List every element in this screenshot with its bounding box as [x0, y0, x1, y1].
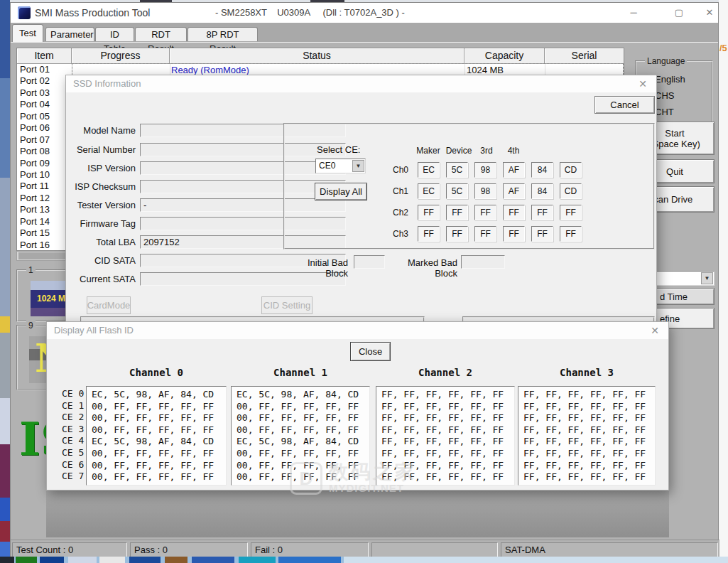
close-icon[interactable]: ✕	[702, 6, 717, 20]
ce-label: CE 7	[62, 471, 87, 483]
ce-label: CE 0	[62, 388, 87, 400]
language-label: Language	[645, 56, 687, 66]
field-label: CID SATA	[72, 254, 140, 267]
table-row[interactable]: Port 10	[17, 169, 70, 181]
table-row[interactable]: Port 08	[17, 146, 70, 157]
chevron-down-icon[interactable]: ▼	[352, 160, 364, 172]
tab-8p-rdt-result[interactable]: 8P RDT Result	[188, 27, 258, 41]
taskbar-icon[interactable]	[192, 557, 234, 563]
language-option-cht[interactable]: CHT	[655, 107, 674, 117]
desktop-edge	[0, 498, 10, 521]
taskbar-icon[interactable]	[16, 557, 37, 563]
watermark: D 数码之家 MYDIGIT.NET	[290, 462, 417, 495]
window-subtitle: - SM2258XT U0309A (Dll : T0702A_3D ) -	[215, 3, 405, 23]
taskbar-icon	[344, 557, 728, 563]
flash-id-cell: AF	[503, 183, 525, 199]
flash-id-cell: FF	[560, 226, 582, 242]
group-9-label: 9	[26, 321, 36, 331]
taskbar-icon[interactable]	[129, 557, 161, 563]
table-row[interactable]: Port 03	[17, 87, 70, 99]
table-row[interactable]: Port 09	[17, 158, 70, 169]
port-label: Port 08	[20, 146, 50, 156]
flash-row: EC, 5C, 98, AF, 84, CD	[87, 389, 226, 401]
column-header-capacity[interactable]: Capacity	[464, 48, 545, 64]
table-row[interactable]: Port 04	[17, 99, 70, 110]
col-header-maker: Maker	[413, 146, 444, 156]
ce-select-combo[interactable]: CE0 ▼	[315, 159, 366, 173]
column-header-item[interactable]: Item	[17, 48, 72, 64]
port-label: Port 07	[20, 134, 50, 145]
table-row[interactable]: Port 14	[17, 216, 70, 227]
table-row[interactable]: Port 02	[17, 75, 70, 87]
flash-id-cell: FF	[531, 205, 553, 220]
flash-row: FF, FF, FF, FF, FF, FF	[376, 436, 514, 448]
dialog-title: Display All Flash ID	[54, 325, 134, 336]
ce-label-column: CE 0 CE 1 CE 2 CE 3 CE 4 CE 5 CE 6 CE 7	[62, 388, 87, 483]
close-button[interactable]: Close	[350, 342, 391, 361]
channel-row-label: Ch0	[393, 165, 414, 175]
table-row[interactable]: Port 12	[17, 193, 70, 204]
taskbar-icon[interactable]	[0, 557, 14, 563]
status-empty	[371, 542, 498, 557]
taskbar-icon[interactable]	[99, 557, 125, 563]
taskbar-icon[interactable]	[40, 557, 64, 563]
table-row[interactable]: Port 16	[17, 240, 70, 251]
cid-setting-button[interactable]: CID Setting	[261, 296, 313, 314]
tab-id-table[interactable]: ID Table	[95, 27, 134, 41]
selected-row-focus[interactable]	[72, 63, 624, 75]
flash-id-cell: FF	[531, 226, 553, 242]
dialog-title-bar[interactable]: Display All Flash ID ✕	[47, 322, 668, 339]
language-option-chs[interactable]: CHS	[655, 91, 674, 101]
column-header-status[interactable]: Status	[170, 48, 464, 64]
start-button-line1: Start	[665, 128, 684, 139]
tab-test[interactable]: Test	[12, 24, 43, 42]
table-row[interactable]: Port 15	[17, 227, 70, 239]
cardmode-button[interactable]: CardMode	[87, 296, 131, 314]
column-header-serial[interactable]: Serial	[545, 48, 624, 64]
dialog-title-bar[interactable]: SSD Information ✕	[66, 75, 656, 92]
scrollbar-thumb[interactable]	[18, 252, 70, 259]
close-icon[interactable]: ✕	[648, 324, 661, 337]
flash-row: EC, 5C, 98, AF, 84, CD	[87, 436, 226, 448]
taskbar-icon[interactable]	[68, 557, 97, 563]
language-option-english[interactable]: English	[655, 75, 685, 85]
app-icon	[18, 6, 31, 19]
close-icon[interactable]: ✕	[636, 77, 649, 90]
taskbar-icon[interactable]	[278, 557, 341, 563]
flash-row: FF, FF, FF, FF, FF, FF	[376, 389, 514, 401]
flash-row: 00, FF, FF, FF, FF, FF	[232, 448, 369, 460]
chevron-down-icon[interactable]: ▼	[701, 272, 713, 284]
marked-bad-block-input[interactable]	[461, 255, 505, 269]
flash-id-cell: 84	[531, 162, 553, 178]
channel0-box: EC, 5C, 98, AF, 84, CD 00, FF, FF, FF, F…	[86, 386, 227, 486]
initial-bad-block-input[interactable]	[354, 255, 385, 269]
tab-rdt-result[interactable]: RDT Result	[135, 27, 187, 41]
maximize-icon[interactable]: ▢	[671, 6, 687, 20]
table-row[interactable]: Port 05	[17, 111, 70, 122]
flash-row: FF, FF, FF, FF, FF, FF	[518, 436, 655, 448]
cancel-button[interactable]: Cancel	[594, 96, 655, 114]
table-row[interactable]: Port 11	[17, 181, 70, 192]
title-bar: SMI Mass Production Tool - SM2258XT U030…	[11, 3, 718, 23]
display-all-button[interactable]: Display All	[315, 183, 367, 200]
table-row[interactable]: Port 07	[17, 134, 70, 146]
select-ce-label: Select CE:	[317, 144, 360, 155]
flash-row: 00, FF, FF, FF, FF, FF	[232, 412, 369, 424]
col-header-3rd: 3rd	[474, 146, 499, 156]
minimize-icon[interactable]: ─	[626, 6, 641, 20]
table-row[interactable]: Port 13	[17, 204, 70, 215]
desktop-edge	[0, 333, 10, 398]
group-1-label: 1	[26, 265, 36, 275]
table-row[interactable]: Port 01	[17, 64, 70, 75]
flash-row: FF, FF, FF, FF, FF, FF	[518, 389, 655, 401]
display-all-label: Display All	[320, 186, 362, 197]
column-header-progress[interactable]: Progress	[72, 48, 170, 64]
tab-parameter[interactable]: Parameter	[45, 27, 94, 41]
table-row[interactable]: Port 06	[17, 122, 70, 134]
port1-status: Ready (RomMode)	[171, 65, 249, 75]
taskbar-icon[interactable]	[239, 557, 276, 563]
taskbar[interactable]	[0, 557, 728, 563]
taskbar-icon[interactable]	[165, 557, 188, 563]
flash-id-cell: 98	[474, 183, 496, 199]
flash-id-cell: 84	[531, 183, 553, 199]
